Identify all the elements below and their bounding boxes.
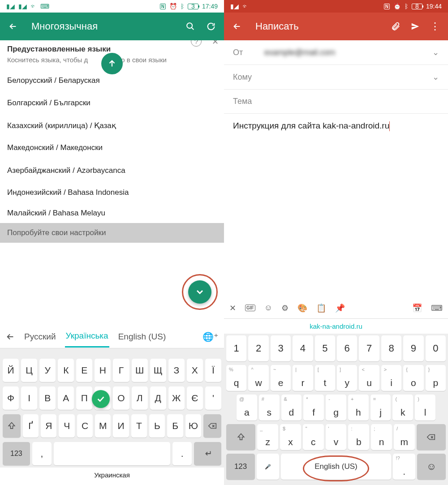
- key[interactable]: ': [205, 386, 221, 410]
- key[interactable]: Ч: [59, 414, 74, 438]
- dot-key[interactable]: .: [172, 442, 192, 465]
- key[interactable]: _z: [257, 424, 278, 450]
- key[interactable]: Ц: [21, 359, 37, 382]
- key[interactable]: 0: [426, 335, 446, 361]
- lang-item[interactable]: Казахский (кириллица) / Қазақ: [0, 115, 224, 137]
- key[interactable]: 5: [315, 335, 335, 361]
- back-icon[interactable]: [8, 21, 18, 31]
- key[interactable]: А: [58, 386, 74, 410]
- key[interactable]: Г: [113, 359, 129, 382]
- comma-key[interactable]: ,: [32, 442, 52, 465]
- globe-icon[interactable]: 🌐⁺: [202, 331, 219, 342]
- key[interactable]: 8: [381, 335, 401, 361]
- sticker-icon[interactable]: ☺: [264, 303, 272, 313]
- suggestion[interactable]: kak-na-android.ru: [224, 319, 448, 334]
- key[interactable]: %q: [226, 365, 246, 391]
- key[interactable]: Ю: [185, 414, 201, 438]
- dot-key[interactable]: !?.: [393, 454, 415, 480]
- content-area[interactable]: Предустановленные языки ? ✕ Коснитесь яз…: [0, 40, 224, 325]
- key[interactable]: И: [113, 414, 129, 438]
- from-row[interactable]: От example@mail.com ⌄: [224, 40, 448, 65]
- key[interactable]: >i: [381, 365, 401, 391]
- key[interactable]: 'v: [326, 424, 347, 450]
- numbers-key[interactable]: 123: [226, 454, 255, 480]
- try-settings-bar[interactable]: Попробуйте свои настройки: [0, 223, 224, 243]
- expand-fab[interactable]: [188, 280, 211, 304]
- key[interactable]: К: [58, 359, 74, 382]
- key[interactable]: З: [168, 359, 185, 382]
- scroll-up-fab[interactable]: [101, 53, 123, 74]
- search-icon[interactable]: [185, 21, 195, 31]
- key[interactable]: 9: [403, 335, 423, 361]
- lang-item[interactable]: Азербайджанский / Azərbaycanca: [0, 159, 224, 182]
- key[interactable]: Я: [41, 414, 56, 438]
- key[interactable]: С: [77, 414, 93, 438]
- key[interactable]: ~e: [271, 365, 291, 391]
- key[interactable]: 2: [248, 335, 268, 361]
- key[interactable]: 6: [337, 335, 357, 361]
- key[interactable]: Д: [150, 386, 166, 410]
- keyboard[interactable]: Русский Українська English (US) 🌐⁺ ЙЦУКЕ…: [0, 325, 224, 485]
- send-icon[interactable]: [410, 21, 420, 31]
- close-icon[interactable]: ✕: [229, 303, 236, 313]
- attach-icon[interactable]: [391, 21, 401, 31]
- calendar-icon[interactable]: 📅: [412, 303, 422, 313]
- space-key[interactable]: [54, 442, 170, 465]
- chevron-down-icon[interactable]: ⌄: [432, 47, 439, 57]
- emoji-key[interactable]: ☺: [417, 454, 446, 480]
- key[interactable]: Л: [132, 386, 148, 410]
- lang-item[interactable]: Македонский / Македонски: [0, 137, 224, 159]
- message-body[interactable]: Инструкция для сайта kak-na-android.ru: [224, 114, 448, 297]
- key[interactable]: <u: [359, 365, 379, 391]
- key[interactable]: {o: [403, 365, 423, 391]
- lang-item[interactable]: Болгарский / Български: [0, 92, 224, 115]
- shift-key[interactable]: [3, 414, 21, 438]
- key[interactable]: Б: [167, 414, 183, 438]
- key[interactable]: #s: [259, 395, 280, 421]
- key[interactable]: *f: [303, 395, 324, 421]
- key[interactable]: Ф: [3, 386, 19, 410]
- pin-icon[interactable]: 📌: [335, 303, 345, 313]
- backspace-key[interactable]: [203, 414, 221, 438]
- key[interactable]: ^w: [248, 365, 268, 391]
- key[interactable]: М: [95, 414, 111, 438]
- key[interactable]: &d: [281, 395, 302, 421]
- kb-tab-en[interactable]: English (US): [117, 326, 167, 347]
- key[interactable]: =j: [370, 395, 391, 421]
- key[interactable]: І: [21, 386, 37, 410]
- key[interactable]: :b: [348, 424, 369, 450]
- gear-icon[interactable]: ⚙: [281, 303, 289, 313]
- numbers-key[interactable]: 123: [3, 442, 30, 465]
- key[interactable]: Т: [131, 414, 147, 438]
- kb-tab-ru[interactable]: Русский: [23, 326, 57, 347]
- key[interactable]: 7: [359, 335, 379, 361]
- keyboard[interactable]: ✕ GIF ☺ ⚙ 🎨 📋 📌 📅 ⌨ kak-na-android.ru 12…: [224, 297, 448, 485]
- key[interactable]: Й: [3, 359, 19, 382]
- key[interactable]: Н: [95, 359, 111, 382]
- key[interactable]: /m: [394, 424, 415, 450]
- key[interactable]: О: [113, 386, 129, 410]
- mic-key[interactable]: 🎤: [257, 454, 279, 480]
- key[interactable]: Ї: [205, 359, 221, 382]
- key[interactable]: "c: [303, 424, 324, 450]
- lang-item[interactable]: Малайский / Bahasa Melayu: [0, 204, 224, 223]
- kb-back-icon[interactable]: [5, 332, 15, 342]
- key[interactable]: +h: [348, 395, 369, 421]
- key[interactable]: Ґ: [23, 414, 39, 438]
- close-icon[interactable]: ✕: [212, 40, 219, 47]
- shift-key[interactable]: [226, 424, 255, 450]
- clipboard-icon[interactable]: 📋: [316, 303, 326, 313]
- back-icon[interactable]: [232, 21, 242, 31]
- key[interactable]: Ь: [149, 414, 165, 438]
- enter-key[interactable]: [194, 442, 221, 465]
- to-row[interactable]: Кому ⌄: [224, 65, 448, 90]
- key[interactable]: У: [39, 359, 56, 382]
- key[interactable]: |r: [293, 365, 313, 391]
- palette-icon[interactable]: 🎨: [297, 303, 307, 313]
- chevron-down-icon[interactable]: ⌄: [432, 72, 439, 82]
- key[interactable]: ;n: [371, 424, 392, 450]
- key[interactable]: $x: [280, 424, 301, 450]
- backspace-key[interactable]: [417, 424, 446, 450]
- key[interactable]: [t: [315, 365, 335, 391]
- key[interactable]: ]y: [337, 365, 357, 391]
